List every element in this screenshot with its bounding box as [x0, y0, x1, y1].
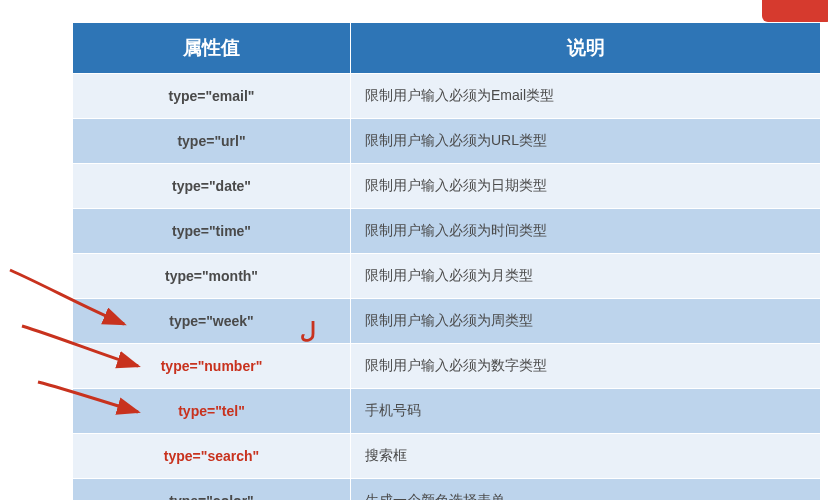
table-row: type="number" 限制用户输入必须为数字类型	[73, 344, 821, 389]
input-types-table-container: 属性值 说明 type="email" 限制用户输入必须为Email类型 typ…	[72, 22, 820, 500]
desc-cell: 限制用户输入必须为日期类型	[351, 164, 821, 209]
table-row: type="time" 限制用户输入必须为时间类型	[73, 209, 821, 254]
header-attr: 属性值	[73, 23, 351, 74]
attr-cell-highlighted: type="number"	[73, 344, 351, 389]
attr-cell-highlighted: type="tel"	[73, 389, 351, 434]
table-row: type="month" 限制用户输入必须为月类型	[73, 254, 821, 299]
desc-cell: 限制用户输入必须为时间类型	[351, 209, 821, 254]
desc-cell: 生成一个颜色选择表单	[351, 479, 821, 501]
desc-cell: 搜索框	[351, 434, 821, 479]
input-types-table: 属性值 说明 type="email" 限制用户输入必须为Email类型 typ…	[72, 22, 821, 500]
table-row: type="tel" 手机号码	[73, 389, 821, 434]
attr-cell: type="url"	[73, 119, 351, 164]
attr-cell: type="month"	[73, 254, 351, 299]
attr-cell: type="time"	[73, 209, 351, 254]
attr-cell: type="week"	[73, 299, 351, 344]
desc-cell: 限制用户输入必须为URL类型	[351, 119, 821, 164]
desc-cell: 限制用户输入必须为月类型	[351, 254, 821, 299]
table-row: type="week" 限制用户输入必须为周类型	[73, 299, 821, 344]
header-desc: 说明	[351, 23, 821, 74]
table-row: type="url" 限制用户输入必须为URL类型	[73, 119, 821, 164]
table-row: type="date" 限制用户输入必须为日期类型	[73, 164, 821, 209]
table-row: type="search" 搜索框	[73, 434, 821, 479]
attr-cell-highlighted: type="search"	[73, 434, 351, 479]
corner-badge	[762, 0, 828, 22]
desc-cell: 限制用户输入必须为Email类型	[351, 74, 821, 119]
desc-cell: 手机号码	[351, 389, 821, 434]
table-row: type="email" 限制用户输入必须为Email类型	[73, 74, 821, 119]
table-row: type="color" 生成一个颜色选择表单	[73, 479, 821, 501]
attr-cell: type="email"	[73, 74, 351, 119]
attr-cell: type="date"	[73, 164, 351, 209]
desc-cell: 限制用户输入必须为数字类型	[351, 344, 821, 389]
table-header-row: 属性值 说明	[73, 23, 821, 74]
attr-cell: type="color"	[73, 479, 351, 501]
desc-cell: 限制用户输入必须为周类型	[351, 299, 821, 344]
